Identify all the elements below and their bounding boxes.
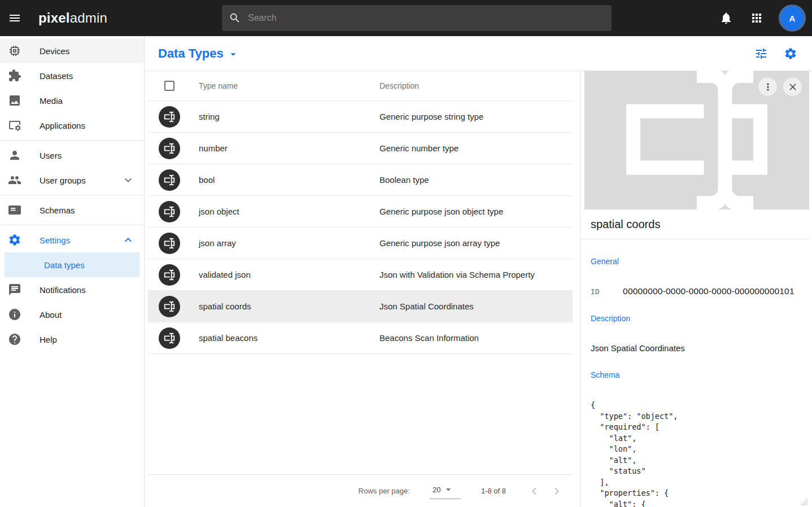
notifications-bell-icon[interactable] [715,7,737,29]
sidebar-item-notifications[interactable]: Notifications [0,277,144,302]
sidebar-item-label: Applications [40,121,135,130]
schema-section-label: Schema [591,370,809,379]
banner-actions [758,77,802,96]
sidebar-item-applications[interactable]: Applications [0,113,144,138]
sidebar-item-label: Datasets [40,71,135,81]
cell-description: Json Spatial Coordinates [372,301,573,311]
cell-type-name: string [191,112,372,121]
rows-per-page-label: Rows per page: [359,487,410,495]
sidebar-item-media[interactable]: Media [0,88,144,113]
table-row-string[interactable]: stringGeneric purpose string type [148,101,573,133]
info-icon [8,308,21,321]
detail-panel-body: spatial coords General ID 00000000-0000-… [580,209,809,507]
settings-gear-icon[interactable] [780,43,801,64]
table-row-number[interactable]: numberGeneric number type [148,133,573,164]
menu-hamburger-icon[interactable] [3,7,26,29]
form-textbox-icon [159,138,180,159]
logo-bold: pixel [38,10,70,25]
description-section-label: Description [591,314,809,323]
row-avatar-cell [148,106,191,128]
cell-type-name: number [191,143,372,153]
sidebar-item-help[interactable]: Help [0,327,144,352]
table-row-spatial-beacons[interactable]: spatial beaconsBeacons Scan Information [148,322,573,354]
page-title-dropdown[interactable]: Data Types [158,46,239,61]
next-page-chevron-icon[interactable] [545,480,568,502]
row-avatar-cell [148,327,191,349]
cell-type-name: spatial coords [191,301,372,311]
form-textbox-icon [159,296,180,317]
select-all-checkbox[interactable] [164,81,174,91]
sidebar-item-label: Notifications [40,285,135,295]
column-header-description: Description [372,81,573,90]
table-row-json-array[interactable]: json arrayGeneric purpose json array typ… [148,228,573,259]
sidebar-item-users[interactable]: Users [0,143,144,168]
form-textbox-icon [159,106,180,128]
cell-type-name: json array [191,238,372,248]
workarea: Type name Description stringGeneric purp… [145,71,812,507]
previous-page-chevron-icon[interactable] [523,480,545,502]
table-body: stringGeneric purpose string typenumberG… [148,101,573,354]
sidebar-item-settings[interactable]: Settings [0,228,144,252]
row-avatar-cell [148,138,191,159]
cell-description: Json with Validation via Schema Property [372,270,573,279]
close-panel-icon[interactable] [783,77,802,96]
sidebar-item-label: Users [40,151,135,160]
table-row-spatial-coords[interactable]: spatial coordsJson Spatial Coordinates [148,291,573,322]
schema-code-textarea[interactable]: { "type": "object", "required": [ "lat",… [591,400,809,507]
sidebar-item-devices[interactable]: Devices [0,38,144,63]
data-types-table: Type name Description stringGeneric purp… [145,71,580,507]
sidebar-item-label: Schemas [40,206,135,215]
table-row-validated-json[interactable]: validated jsonJson with Validation via S… [148,259,573,291]
image-icon [8,94,21,107]
logo-light: admin [70,10,107,25]
gear-icon [8,233,21,247]
cell-type-name: json object [191,207,372,216]
table-row-json-object[interactable]: json objectGeneric purpose json object t… [148,196,573,228]
apps-grid-icon[interactable] [745,7,768,29]
table-row-bool[interactable]: boolBoolean type [148,164,573,196]
cell-description: Beacons Scan Information [372,333,573,343]
sidebar-item-datasets[interactable]: Datasets [0,63,144,88]
form-textbox-icon [612,55,782,226]
detail-panel-banner [584,71,809,209]
more-options-icon[interactable] [758,77,777,96]
sidebar-item-label: Settings [40,235,121,245]
detail-divider [580,239,809,239]
title-dropdown-arrow-icon [227,48,239,60]
row-avatar-cell [148,264,191,286]
sidebar-item-label: Devices [40,46,135,56]
cell-description: Generic purpose json object type [372,207,573,216]
person-icon [8,148,21,162]
form-textbox-icon [159,201,180,222]
table-header-row: Type name Description [148,71,573,101]
chat-icon [8,283,21,296]
sidebar-item-about[interactable]: About [0,302,144,327]
cell-description: Generic purpose json array type [372,238,573,248]
id-value: 00000000-0000-0000-0000-000000000101 [623,286,794,296]
rows-per-page-value: 20 [433,486,440,494]
user-avatar[interactable]: A [780,6,804,30]
sidebar-divider [0,225,144,225]
rows-per-page-select[interactable]: 20 [429,483,461,499]
row-avatar-cell [148,233,191,254]
form-textbox-icon [159,169,180,191]
top-app-bar: pixeladmin A [0,0,812,36]
pagination-range-label: 1-8 of 8 [481,487,506,495]
search-input[interactable] [248,13,605,23]
memory-chip-icon [8,44,21,58]
search-bar[interactable] [222,5,612,31]
resize-handle[interactable] [801,498,808,505]
help-icon [8,333,21,346]
chevron-down-icon [121,173,135,187]
sidebar-item-label: Help [40,335,135,344]
cell-type-name: bool [191,175,372,185]
sidebar-item-label: Data types [44,260,130,270]
cell-description: Generic number type [372,143,573,153]
sidebar-item-user-groups[interactable]: User groups [0,168,144,193]
id-row: ID 00000000-0000-0000-0000-000000000101 [591,286,809,296]
form-textbox-icon [159,327,180,349]
sidebar-item-data-types[interactable]: Data types [5,252,139,277]
sidebar-item-schemas[interactable]: Schemas [0,198,144,222]
card-list-icon [8,203,21,217]
sidebar-item-label: About [40,310,135,320]
